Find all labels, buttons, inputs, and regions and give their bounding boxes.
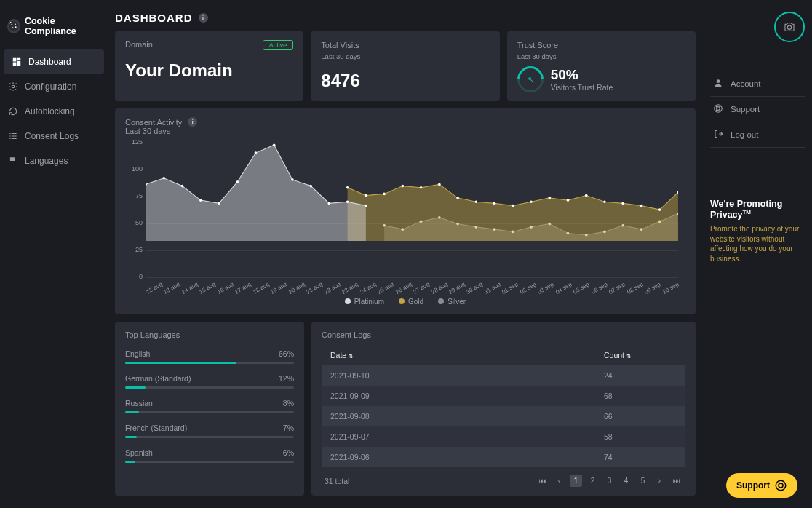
col-count[interactable]: Count⇅ <box>604 351 677 360</box>
pager-page[interactable]: 3 <box>603 475 616 487</box>
flag-icon <box>7 155 19 167</box>
chart-point <box>383 193 386 196</box>
camera-button[interactable] <box>774 12 805 42</box>
rnav-item-support[interactable]: Support <box>710 97 805 122</box>
svg-point-10 <box>776 480 786 491</box>
chart-point <box>346 200 349 203</box>
right-sidebar: AccountSupportLog out We're Promoting Pr… <box>703 0 812 508</box>
sidebar-item-autoblocking[interactable]: Autoblocking <box>0 99 108 124</box>
legend-dot <box>345 298 351 304</box>
chart-point <box>346 186 349 189</box>
chart-point <box>236 180 239 183</box>
info-icon[interactable]: i <box>199 13 208 23</box>
consent-logs-title: Consent Logs <box>322 330 371 339</box>
cell-date: 2021-09-08 <box>330 412 604 421</box>
x-tick: 27 aug <box>412 282 429 295</box>
sidebar-item-label: Languages <box>25 156 68 166</box>
x-tick: 03 sep <box>537 282 554 295</box>
pager-page[interactable]: 5 <box>637 475 649 487</box>
grid-line: 0 <box>146 277 678 278</box>
legend-label: Silver <box>447 298 466 306</box>
x-tick: 05 sep <box>572 282 589 295</box>
legend-item[interactable]: Platinium <box>345 298 384 306</box>
cell-count: 58 <box>604 432 677 441</box>
pager-prev[interactable]: ‹ <box>553 475 565 487</box>
trust-percent: 50% <box>551 67 613 83</box>
legend-item[interactable]: Silver <box>438 298 466 306</box>
x-tick: 20 aug <box>287 282 305 295</box>
y-tick: 0 <box>125 273 143 280</box>
sidebar-item-dashboard[interactable]: Dashboard <box>4 49 104 74</box>
chart-area: 0255075100125 12 aug13 aug14 aug15 aug16… <box>125 143 685 292</box>
x-tick: 07 sep <box>608 282 625 295</box>
support-fab[interactable]: Support <box>726 473 797 498</box>
chart-point <box>530 200 533 203</box>
chart-point <box>640 205 643 207</box>
page-title-text: DASHBOARD <box>115 12 193 24</box>
chart-subtitle: Last 30 days <box>125 127 685 135</box>
pager-page[interactable]: 1 <box>570 475 582 487</box>
table-row[interactable]: 2021-09-0866 <box>322 406 685 426</box>
chart-point <box>199 199 202 202</box>
chart-point <box>456 197 459 199</box>
chart-point <box>365 194 367 197</box>
chart-point <box>474 200 477 203</box>
brand[interactable]: Cookie Compliance <box>0 10 108 49</box>
chart-point <box>493 202 496 205</box>
reload-icon <box>7 106 19 117</box>
svg-point-7 <box>717 79 720 83</box>
info-icon[interactable]: i <box>188 117 197 127</box>
cell-date: 2021-09-09 <box>330 392 604 400</box>
footer[interactable]: © 2021 Cookie Compliance by Hu-manity.co… <box>115 503 696 508</box>
pager-first[interactable]: ⏮ <box>536 475 549 487</box>
sidebar-item-languages[interactable]: Languages <box>0 148 108 173</box>
sidebar-item-label: Configuration <box>25 82 76 92</box>
language-row: German (Standard)12% <box>125 374 294 389</box>
top-languages-title: Top Languages <box>125 330 180 339</box>
legend-item[interactable]: Gold <box>399 298 423 306</box>
x-tick: 15 aug <box>199 282 216 295</box>
sidebar-item-configuration[interactable]: Configuration <box>0 74 108 99</box>
promo-title: We're Promoting PrivacyTM <box>710 199 805 220</box>
language-percent: 7% <box>283 424 294 432</box>
chart-point <box>621 202 624 205</box>
logout-icon <box>713 129 725 140</box>
chart-area-platinium <box>146 145 366 241</box>
x-tick: 24 aug <box>359 282 376 295</box>
life-ring-icon <box>774 479 787 492</box>
svg-point-0 <box>9 21 18 31</box>
language-row: English66% <box>125 349 294 364</box>
table-row[interactable]: 2021-09-0674 <box>322 447 685 467</box>
chart-point <box>291 178 294 181</box>
rnav-item-account[interactable]: Account <box>710 71 805 97</box>
x-tick: 01 sep <box>501 282 519 295</box>
cookie-icon <box>7 19 20 33</box>
chart-point <box>567 199 570 202</box>
pager-last[interactable]: ⏭ <box>670 475 682 487</box>
y-tick: 50 <box>125 219 143 226</box>
visits-label: Total Visits <box>321 41 359 49</box>
active-badge: Active <box>263 40 294 50</box>
table-row[interactable]: 2021-09-0758 <box>322 426 685 447</box>
chart-point <box>273 143 276 146</box>
pager-next[interactable]: › <box>653 475 666 487</box>
chart-area-gold <box>348 184 678 241</box>
list-icon <box>7 130 19 142</box>
x-tick: 13 aug <box>163 282 180 295</box>
legend-dot <box>438 298 444 304</box>
y-tick: 125 <box>125 138 143 146</box>
table-row[interactable]: 2021-09-1024 <box>322 365 685 386</box>
x-tick: 08 sep <box>626 282 643 295</box>
chart-point <box>218 202 220 205</box>
rnav-item-log-out[interactable]: Log out <box>710 122 805 148</box>
x-tick: 17 aug <box>234 282 252 295</box>
x-tick: 14 aug <box>180 282 198 295</box>
sidebar-item-consent-logs[interactable]: Consent Logs <box>0 124 108 148</box>
cell-date: 2021-09-10 <box>330 371 604 380</box>
col-date[interactable]: Date⇅ <box>330 351 604 360</box>
legend-label: Platinium <box>354 298 384 306</box>
table-row[interactable]: 2021-09-0968 <box>322 386 685 406</box>
x-tick: 04 sep <box>554 282 572 295</box>
pager-page[interactable]: 2 <box>586 475 599 487</box>
pager-page[interactable]: 4 <box>620 475 632 487</box>
